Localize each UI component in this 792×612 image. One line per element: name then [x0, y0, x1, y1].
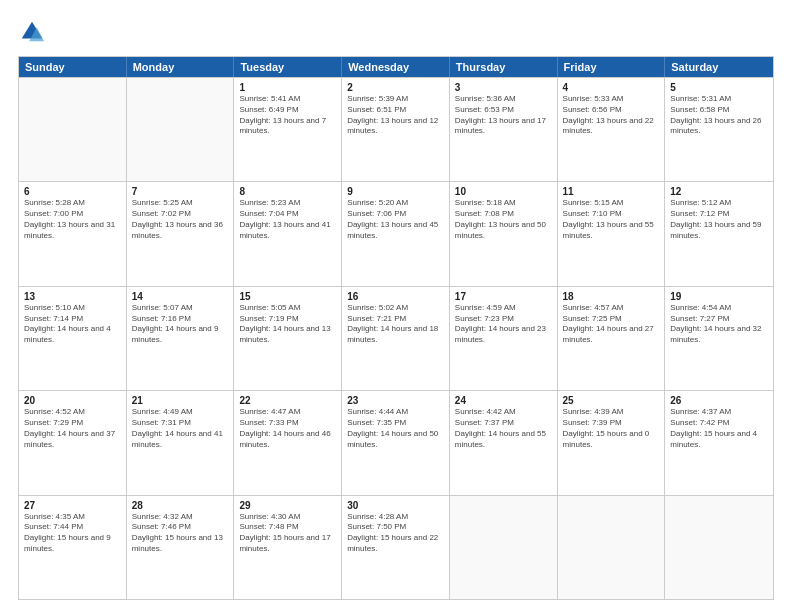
calendar-row-1: 6Sunrise: 5:28 AM Sunset: 7:00 PM Daylig…	[19, 181, 773, 285]
cell-date: 8	[239, 186, 336, 197]
cell-info: Sunrise: 5:41 AM Sunset: 6:49 PM Dayligh…	[239, 94, 336, 137]
calendar-cell: 20Sunrise: 4:52 AM Sunset: 7:29 PM Dayli…	[19, 391, 127, 494]
calendar-row-4: 27Sunrise: 4:35 AM Sunset: 7:44 PM Dayli…	[19, 495, 773, 599]
cell-info: Sunrise: 5:20 AM Sunset: 7:06 PM Dayligh…	[347, 198, 444, 241]
calendar-cell: 9Sunrise: 5:20 AM Sunset: 7:06 PM Daylig…	[342, 182, 450, 285]
cell-date: 9	[347, 186, 444, 197]
cell-info: Sunrise: 4:32 AM Sunset: 7:46 PM Dayligh…	[132, 512, 229, 555]
cell-info: Sunrise: 4:39 AM Sunset: 7:39 PM Dayligh…	[563, 407, 660, 450]
day-header-thursday: Thursday	[450, 57, 558, 77]
calendar-cell: 3Sunrise: 5:36 AM Sunset: 6:53 PM Daylig…	[450, 78, 558, 181]
calendar-cell: 26Sunrise: 4:37 AM Sunset: 7:42 PM Dayli…	[665, 391, 773, 494]
calendar-cell: 30Sunrise: 4:28 AM Sunset: 7:50 PM Dayli…	[342, 496, 450, 599]
calendar-cell: 1Sunrise: 5:41 AM Sunset: 6:49 PM Daylig…	[234, 78, 342, 181]
cell-info: Sunrise: 4:49 AM Sunset: 7:31 PM Dayligh…	[132, 407, 229, 450]
calendar-cell	[450, 496, 558, 599]
calendar-cell: 22Sunrise: 4:47 AM Sunset: 7:33 PM Dayli…	[234, 391, 342, 494]
calendar-cell: 5Sunrise: 5:31 AM Sunset: 6:58 PM Daylig…	[665, 78, 773, 181]
calendar-cell: 8Sunrise: 5:23 AM Sunset: 7:04 PM Daylig…	[234, 182, 342, 285]
calendar-cell: 21Sunrise: 4:49 AM Sunset: 7:31 PM Dayli…	[127, 391, 235, 494]
day-header-friday: Friday	[558, 57, 666, 77]
cell-info: Sunrise: 4:42 AM Sunset: 7:37 PM Dayligh…	[455, 407, 552, 450]
cell-info: Sunrise: 4:47 AM Sunset: 7:33 PM Dayligh…	[239, 407, 336, 450]
cell-info: Sunrise: 4:37 AM Sunset: 7:42 PM Dayligh…	[670, 407, 768, 450]
cell-info: Sunrise: 5:33 AM Sunset: 6:56 PM Dayligh…	[563, 94, 660, 137]
cell-info: Sunrise: 4:52 AM Sunset: 7:29 PM Dayligh…	[24, 407, 121, 450]
day-header-monday: Monday	[127, 57, 235, 77]
cell-date: 27	[24, 500, 121, 511]
logo-icon	[18, 18, 46, 46]
cell-date: 1	[239, 82, 336, 93]
cell-info: Sunrise: 5:05 AM Sunset: 7:19 PM Dayligh…	[239, 303, 336, 346]
cell-date: 3	[455, 82, 552, 93]
cell-date: 18	[563, 291, 660, 302]
cell-date: 21	[132, 395, 229, 406]
calendar-cell: 27Sunrise: 4:35 AM Sunset: 7:44 PM Dayli…	[19, 496, 127, 599]
calendar-cell	[558, 496, 666, 599]
cell-date: 20	[24, 395, 121, 406]
cell-info: Sunrise: 5:25 AM Sunset: 7:02 PM Dayligh…	[132, 198, 229, 241]
cell-date: 25	[563, 395, 660, 406]
cell-info: Sunrise: 5:36 AM Sunset: 6:53 PM Dayligh…	[455, 94, 552, 137]
logo	[18, 18, 50, 46]
calendar-cell: 19Sunrise: 4:54 AM Sunset: 7:27 PM Dayli…	[665, 287, 773, 390]
calendar-row-0: 1Sunrise: 5:41 AM Sunset: 6:49 PM Daylig…	[19, 77, 773, 181]
day-header-wednesday: Wednesday	[342, 57, 450, 77]
cell-date: 22	[239, 395, 336, 406]
cell-info: Sunrise: 5:15 AM Sunset: 7:10 PM Dayligh…	[563, 198, 660, 241]
calendar-cell: 23Sunrise: 4:44 AM Sunset: 7:35 PM Dayli…	[342, 391, 450, 494]
calendar-cell: 28Sunrise: 4:32 AM Sunset: 7:46 PM Dayli…	[127, 496, 235, 599]
cell-date: 16	[347, 291, 444, 302]
day-header-saturday: Saturday	[665, 57, 773, 77]
cell-date: 4	[563, 82, 660, 93]
calendar-cell: 15Sunrise: 5:05 AM Sunset: 7:19 PM Dayli…	[234, 287, 342, 390]
cell-info: Sunrise: 4:28 AM Sunset: 7:50 PM Dayligh…	[347, 512, 444, 555]
cell-info: Sunrise: 5:07 AM Sunset: 7:16 PM Dayligh…	[132, 303, 229, 346]
cell-info: Sunrise: 5:02 AM Sunset: 7:21 PM Dayligh…	[347, 303, 444, 346]
cell-date: 5	[670, 82, 768, 93]
cell-info: Sunrise: 4:44 AM Sunset: 7:35 PM Dayligh…	[347, 407, 444, 450]
cell-info: Sunrise: 4:54 AM Sunset: 7:27 PM Dayligh…	[670, 303, 768, 346]
cell-info: Sunrise: 5:39 AM Sunset: 6:51 PM Dayligh…	[347, 94, 444, 137]
calendar-cell: 13Sunrise: 5:10 AM Sunset: 7:14 PM Dayli…	[19, 287, 127, 390]
cell-info: Sunrise: 5:10 AM Sunset: 7:14 PM Dayligh…	[24, 303, 121, 346]
cell-info: Sunrise: 4:30 AM Sunset: 7:48 PM Dayligh…	[239, 512, 336, 555]
cell-info: Sunrise: 4:35 AM Sunset: 7:44 PM Dayligh…	[24, 512, 121, 555]
cell-date: 17	[455, 291, 552, 302]
day-header-tuesday: Tuesday	[234, 57, 342, 77]
calendar-cell: 17Sunrise: 4:59 AM Sunset: 7:23 PM Dayli…	[450, 287, 558, 390]
calendar-cell: 16Sunrise: 5:02 AM Sunset: 7:21 PM Dayli…	[342, 287, 450, 390]
calendar-cell: 2Sunrise: 5:39 AM Sunset: 6:51 PM Daylig…	[342, 78, 450, 181]
calendar-row-2: 13Sunrise: 5:10 AM Sunset: 7:14 PM Dayli…	[19, 286, 773, 390]
cell-info: Sunrise: 5:23 AM Sunset: 7:04 PM Dayligh…	[239, 198, 336, 241]
cell-date: 7	[132, 186, 229, 197]
calendar-cell: 11Sunrise: 5:15 AM Sunset: 7:10 PM Dayli…	[558, 182, 666, 285]
cell-date: 12	[670, 186, 768, 197]
cell-date: 10	[455, 186, 552, 197]
calendar: SundayMondayTuesdayWednesdayThursdayFrid…	[18, 56, 774, 600]
cell-date: 30	[347, 500, 444, 511]
cell-date: 23	[347, 395, 444, 406]
calendar-cell: 12Sunrise: 5:12 AM Sunset: 7:12 PM Dayli…	[665, 182, 773, 285]
calendar-cell: 18Sunrise: 4:57 AM Sunset: 7:25 PM Dayli…	[558, 287, 666, 390]
cell-info: Sunrise: 5:28 AM Sunset: 7:00 PM Dayligh…	[24, 198, 121, 241]
day-header-sunday: Sunday	[19, 57, 127, 77]
cell-date: 14	[132, 291, 229, 302]
calendar-row-3: 20Sunrise: 4:52 AM Sunset: 7:29 PM Dayli…	[19, 390, 773, 494]
cell-date: 2	[347, 82, 444, 93]
calendar-cell: 29Sunrise: 4:30 AM Sunset: 7:48 PM Dayli…	[234, 496, 342, 599]
calendar-cell: 24Sunrise: 4:42 AM Sunset: 7:37 PM Dayli…	[450, 391, 558, 494]
cell-date: 28	[132, 500, 229, 511]
cell-info: Sunrise: 4:57 AM Sunset: 7:25 PM Dayligh…	[563, 303, 660, 346]
calendar-cell: 6Sunrise: 5:28 AM Sunset: 7:00 PM Daylig…	[19, 182, 127, 285]
cell-date: 15	[239, 291, 336, 302]
calendar-header: SundayMondayTuesdayWednesdayThursdayFrid…	[19, 57, 773, 77]
cell-date: 6	[24, 186, 121, 197]
cell-date: 26	[670, 395, 768, 406]
cell-date: 24	[455, 395, 552, 406]
cell-info: Sunrise: 4:59 AM Sunset: 7:23 PM Dayligh…	[455, 303, 552, 346]
calendar-cell	[665, 496, 773, 599]
page: SundayMondayTuesdayWednesdayThursdayFrid…	[0, 0, 792, 612]
calendar-cell: 4Sunrise: 5:33 AM Sunset: 6:56 PM Daylig…	[558, 78, 666, 181]
cell-info: Sunrise: 5:31 AM Sunset: 6:58 PM Dayligh…	[670, 94, 768, 137]
